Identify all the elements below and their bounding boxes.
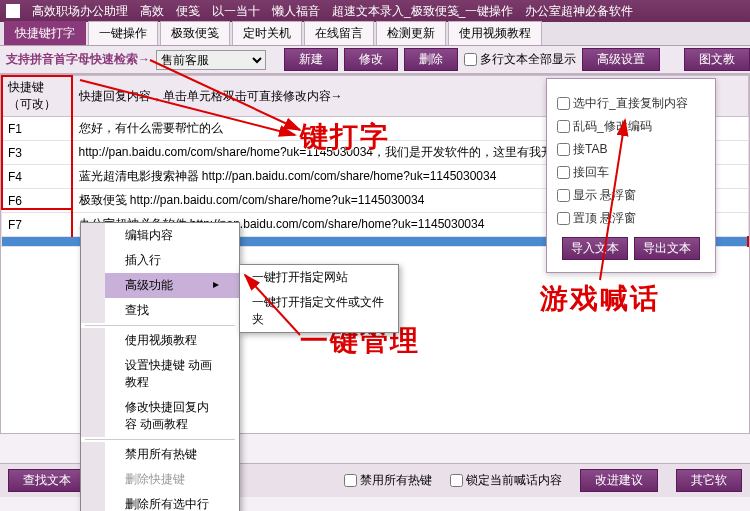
tab-sticky[interactable]: 极致便笺 <box>160 21 230 45</box>
multiline-checkbox[interactable]: 多行文本全部显示 <box>464 51 576 68</box>
app-icon <box>6 4 20 18</box>
pic-tutorial-button[interactable]: 图文教 <box>684 48 750 71</box>
other-button[interactable]: 其它软 <box>676 469 742 492</box>
advanced-settings-button[interactable]: 高级设置 <box>582 48 660 71</box>
category-select[interactable]: 售前客服 <box>156 50 266 70</box>
tab-message[interactable]: 在线留言 <box>304 21 374 45</box>
adv-encoding[interactable]: 乱码_修改编码 <box>557 118 705 135</box>
tab-update[interactable]: 检测更新 <box>376 21 446 45</box>
tab-hotkey-typing[interactable]: 快捷键打字 <box>4 21 86 45</box>
tab-row: 快捷键打字 一键操作 极致便笺 定时关机 在线留言 检测更新 使用视频教程 <box>0 22 750 46</box>
submenu-open-file[interactable]: 一键打开指定文件或文件夹 <box>240 290 398 332</box>
title-bar: 高效职场办公助理 高效 便笺 以一当十 懒人福音 超速文本录入_极致便笺_一键操… <box>0 0 750 22</box>
menu-disable-hotkeys[interactable]: 禁用所有热键 <box>81 442 239 467</box>
adv-enter[interactable]: 接回车 <box>557 164 705 181</box>
tab-one-click[interactable]: 一键操作 <box>88 21 158 45</box>
tab-video[interactable]: 使用视频教程 <box>448 21 542 45</box>
menu-set-hotkey-anim[interactable]: 设置快捷键 动画教程 <box>81 353 239 395</box>
search-hint: 支持拼音首字母快速检索→ <box>6 51 150 68</box>
adv-float[interactable]: 显示 悬浮窗 <box>557 187 705 204</box>
submenu-open-site[interactable]: 一键打开指定网站 <box>240 265 398 290</box>
lock-content-checkbox[interactable]: 锁定当前喊话内容 <box>450 472 562 489</box>
menu-video[interactable]: 使用视频教程 <box>81 328 239 353</box>
menu-insert-row[interactable]: 插入行 <box>81 248 239 273</box>
find-text-button[interactable]: 查找文本 <box>8 469 86 492</box>
suggest-button[interactable]: 改进建议 <box>580 469 658 492</box>
menu-advanced[interactable]: 高级功能 <box>81 273 239 298</box>
adv-copy-row[interactable]: 选中行_直接复制内容 <box>557 95 705 112</box>
menu-find[interactable]: 查找 <box>81 298 239 323</box>
tab-shutdown[interactable]: 定时关机 <box>232 21 302 45</box>
menu-edit-reply-anim[interactable]: 修改快捷回复内容 动画教程 <box>81 395 239 437</box>
title-seg: 高效 <box>140 3 164 20</box>
adv-top[interactable]: 置顶 悬浮窗 <box>557 210 705 227</box>
adv-tab[interactable]: 接TAB <box>557 141 705 158</box>
title-seg: 便笺 <box>176 3 200 20</box>
title-seg: 超速文本录入_极致便笺_一键操作 <box>332 3 513 20</box>
context-menu: 编辑内容 插入行 高级功能 查找 使用视频教程 设置快捷键 动画教程 修改快捷回… <box>80 222 240 511</box>
col-hotkey[interactable]: 快捷键（可改） <box>2 76 72 117</box>
advanced-panel: 选中行_直接复制内容 乱码_修改编码 接TAB 接回车 显示 悬浮窗 置顶 悬浮… <box>546 78 716 273</box>
import-button[interactable]: 导入文本 <box>562 237 628 260</box>
menu-delete-selected[interactable]: 删除所有选中行（DEL） <box>81 492 239 511</box>
menu-delete-hotkey[interactable]: 删除快捷键 <box>81 467 239 492</box>
title-seg: 以一当十 <box>212 3 260 20</box>
title-seg: 高效职场办公助理 <box>32 3 128 20</box>
title-seg: 懒人福音 <box>272 3 320 20</box>
new-button[interactable]: 新建 <box>284 48 338 71</box>
toolbar: 支持拼音首字母快速检索→ 售前客服 新建 修改 删除 多行文本全部显示 高级设置… <box>0 46 750 74</box>
delete-button[interactable]: 删除 <box>404 48 458 71</box>
export-button[interactable]: 导出文本 <box>634 237 700 260</box>
disable-all-checkbox[interactable]: 禁用所有热键 <box>344 472 432 489</box>
context-submenu: 一键打开指定网站 一键打开指定文件或文件夹 <box>239 264 399 333</box>
edit-button[interactable]: 修改 <box>344 48 398 71</box>
menu-edit[interactable]: 编辑内容 <box>81 223 239 248</box>
title-seg: 办公室超神必备软件 <box>525 3 633 20</box>
